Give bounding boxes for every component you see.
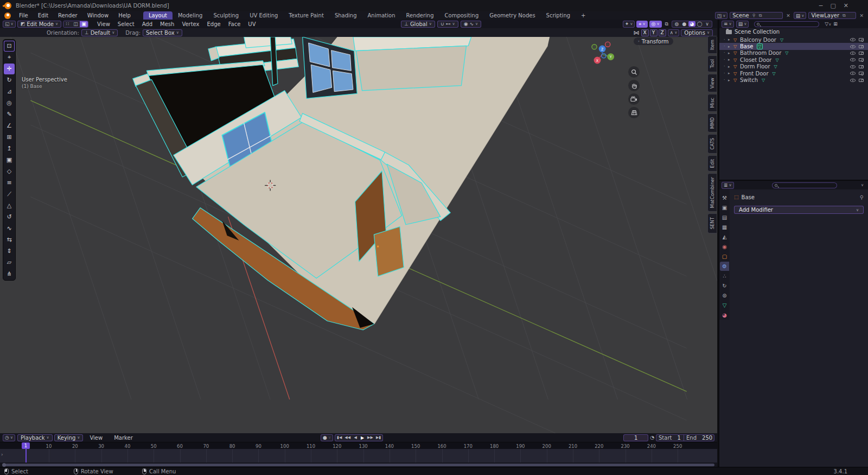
- properties-tab-constraints[interactable]: ⊜: [720, 291, 729, 300]
- viewport-menu-select[interactable]: Select: [114, 21, 138, 28]
- shading-dropdown-icon[interactable]: ∨: [704, 21, 711, 27]
- mode-dropdown[interactable]: ◩ Edit Mode∨: [17, 21, 61, 28]
- gizmo-neg-y[interactable]: [592, 45, 597, 49]
- workspace-tab-animation[interactable]: Animation: [362, 11, 401, 20]
- timeline-menu-keying[interactable]: Keying∨: [54, 434, 84, 441]
- disclosure-icon[interactable]: ▸: [728, 71, 733, 75]
- timeline-menu-view[interactable]: View: [85, 434, 107, 441]
- preview-range-icon[interactable]: ◔: [650, 435, 654, 440]
- tool-edge-slide[interactable]: ⇆: [4, 235, 15, 245]
- tool-move[interactable]: ✛: [4, 64, 15, 74]
- viewport-menu-uv[interactable]: UV: [244, 21, 259, 28]
- tool-rotate[interactable]: ↻: [4, 75, 15, 86]
- add-modifier-button[interactable]: Add Modifier ∨: [734, 206, 864, 214]
- axis-toggle-x[interactable]: X: [641, 29, 649, 36]
- disclosure-icon[interactable]: ▸: [728, 58, 733, 62]
- tool-loop-cut[interactable]: ≡: [4, 178, 15, 188]
- show-overlays-dropdown[interactable]: ◎∨: [649, 21, 662, 28]
- transform-panel-collapsed[interactable]: › Transform: [634, 37, 673, 45]
- workspace-tab-layout[interactable]: Layout: [143, 11, 173, 20]
- properties-tab-scene[interactable]: ◭: [720, 232, 729, 242]
- jump-next-keyframe-button[interactable]: ▶▶: [366, 435, 374, 440]
- maximize-button[interactable]: ▢: [830, 2, 835, 9]
- tool-spin[interactable]: ↺: [4, 212, 15, 223]
- drag-dropdown[interactable]: Select Box∨: [143, 29, 182, 36]
- outliner-item-front-door[interactable]: ·▸▽Front Door▽: [719, 70, 868, 77]
- viewlayer-browse-button[interactable]: ▤∨: [794, 12, 807, 19]
- disable-render-icon[interactable]: [859, 38, 864, 41]
- viewport-menu-vertex[interactable]: Vertex: [178, 21, 203, 28]
- unlink-scene-button[interactable]: ✕: [785, 13, 792, 18]
- hide-viewport-icon[interactable]: [850, 38, 856, 41]
- workspace-tab-modeling[interactable]: Modeling: [173, 11, 208, 20]
- tool-measure[interactable]: ∠: [4, 121, 15, 131]
- current-frame-badge[interactable]: 1: [22, 442, 30, 449]
- outliner-root[interactable]: Scene Collection: [719, 28, 868, 35]
- toggle-ortho-icon[interactable]: [628, 107, 640, 118]
- jump-to-end-button[interactable]: ▶▮: [375, 435, 382, 440]
- tool-rip-region[interactable]: ⋔: [4, 269, 15, 280]
- blender-menu-icon[interactable]: [4, 12, 11, 19]
- disable-render-icon[interactable]: [859, 52, 864, 55]
- outliner-item-switch[interactable]: ·▸▽Switch▽: [719, 77, 868, 83]
- timeline-tracks[interactable]: [0, 449, 717, 463]
- xray-toggle-button[interactable]: ⧉: [663, 21, 670, 27]
- tool-select-box[interactable]: ⊡: [4, 41, 15, 52]
- disable-render-icon[interactable]: [859, 79, 864, 82]
- minimize-button[interactable]: ─: [819, 2, 823, 9]
- disable-render-icon[interactable]: [859, 58, 864, 61]
- viewlayer-name-field[interactable]: ViewLayer ⧉: [808, 12, 856, 19]
- material-preview-button[interactable]: ◕: [688, 21, 695, 27]
- outliner-item-dorm-floor[interactable]: ·▸▽Dorm Floor▽: [719, 64, 868, 70]
- play-reverse-button[interactable]: ◀: [352, 435, 359, 440]
- workspace-tab-compositing[interactable]: Compositing: [439, 11, 484, 20]
- disable-render-icon[interactable]: [859, 72, 864, 75]
- outliner-item-bathroom-door[interactable]: ·▸▽Bathroom Door▽: [719, 50, 868, 56]
- outliner-item-balcony-door[interactable]: ·▸▽Balcony Door▽: [719, 36, 868, 43]
- scene-name-field[interactable]: Scene ⚲ ⧉: [730, 12, 783, 19]
- menu-window[interactable]: Window: [82, 12, 113, 19]
- solid-shading-button[interactable]: ●: [681, 21, 688, 27]
- workspace-tab-geometry-nodes[interactable]: Geometry Nodes: [484, 11, 540, 20]
- scene-browse-button[interactable]: ◳∨: [715, 12, 728, 19]
- tool-poly-build[interactable]: △: [4, 200, 15, 211]
- outliner-display-mode-dropdown[interactable]: ≡∨: [722, 21, 734, 28]
- navigation-gizmo[interactable]: Z X Y: [592, 42, 614, 64]
- editor-type-button[interactable]: ◱∨: [3, 21, 16, 28]
- timeline-ruler[interactable]: 1 10203040506070809010011012013014015016…: [0, 442, 717, 449]
- timeline-menu-playback[interactable]: Playback∨: [17, 434, 53, 441]
- properties-tab-output[interactable]: ▤: [720, 213, 729, 222]
- add-workspace-button[interactable]: +: [576, 11, 591, 20]
- viewport-menu-view[interactable]: View: [93, 21, 114, 28]
- tool-transform[interactable]: ◎: [4, 98, 15, 109]
- visibility-dropdown[interactable]: ✦∨: [623, 21, 635, 28]
- sidebar-tab-edit[interactable]: Edit: [707, 155, 717, 172]
- timeline-scrollbar[interactable]: [3, 464, 714, 466]
- viewport-menu-add[interactable]: Add: [138, 21, 156, 28]
- play-button[interactable]: ▶: [359, 435, 366, 440]
- tool-shear[interactable]: ▱: [4, 257, 15, 268]
- disable-render-icon[interactable]: [859, 65, 864, 68]
- workspace-tab-shading[interactable]: Shading: [329, 11, 362, 20]
- 3d-scene[interactable]: Z X Y: [0, 37, 717, 433]
- viewport-menu-face[interactable]: Face: [225, 21, 245, 28]
- menu-render[interactable]: Render: [53, 12, 82, 19]
- properties-options-icon[interactable]: ∨: [861, 183, 866, 187]
- falloff-dropdown[interactable]: ∧∨: [668, 29, 680, 36]
- playhead[interactable]: [25, 449, 27, 463]
- auto-keying-button[interactable]: ●∨: [321, 434, 333, 441]
- frame-end-field[interactable]: End250: [684, 434, 714, 441]
- disclosure-icon[interactable]: ▸: [728, 65, 733, 69]
- sidebar-tab-sent[interactable]: SENT: [707, 213, 717, 233]
- viewport-menu-mesh[interactable]: Mesh: [156, 21, 178, 28]
- wireframe-shading-button[interactable]: ◍: [673, 21, 680, 27]
- pan-hand-icon[interactable]: [628, 80, 640, 91]
- options-dropdown[interactable]: Options∨: [681, 29, 713, 36]
- workspace-tab-rendering[interactable]: Rendering: [400, 11, 439, 20]
- gizmo-neg-z[interactable]: [602, 54, 606, 58]
- properties-tab-modifiers[interactable]: ⚙: [720, 262, 729, 271]
- orientation-dropdown[interactable]: ⊥Default∨: [81, 29, 118, 36]
- properties-tab-object[interactable]: ▢: [720, 252, 729, 261]
- sidebar-tab-tool[interactable]: Tool: [707, 55, 717, 72]
- properties-tab-physics[interactable]: ↻: [720, 281, 729, 290]
